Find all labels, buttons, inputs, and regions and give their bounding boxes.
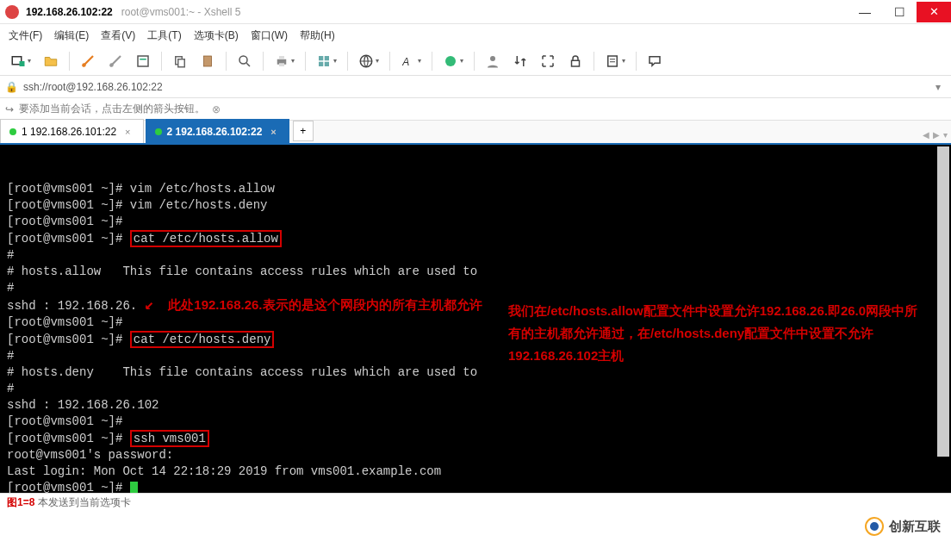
menu-tab[interactable]: 选项卡(B) xyxy=(194,28,239,43)
user-button[interactable] xyxy=(482,52,504,71)
scrollbar-thumb[interactable] xyxy=(937,146,949,457)
hint-close-icon[interactable]: ⊗ xyxy=(212,103,221,115)
menu-edit[interactable]: 编辑(E) xyxy=(54,28,89,43)
terminal-line: [root@vms001 ~]# xyxy=(7,333,130,346)
watermark: 创新互联 xyxy=(865,517,941,536)
terminal-line: sshd : 192.168.26.102 xyxy=(7,398,158,412)
open-button[interactable] xyxy=(40,52,62,71)
plus-icon: + xyxy=(300,125,306,137)
terminal-line: [root@vms001 ~]# xyxy=(7,414,122,428)
hint-arrow-icon[interactable]: ↪ xyxy=(5,103,14,115)
maximize-button[interactable]: ☐ xyxy=(882,2,917,22)
svg-rect-12 xyxy=(279,63,284,66)
address-input[interactable]: ssh://root@192.168.26.102:22 xyxy=(23,81,930,93)
find-button[interactable] xyxy=(233,52,256,71)
print-button[interactable]: ▾ xyxy=(270,52,298,71)
disconnect-button[interactable] xyxy=(104,52,127,71)
svg-point-19 xyxy=(445,56,456,66)
terminal-line: [root@vms001 ~]# xyxy=(7,232,130,246)
highlight-cat-allow: cat /etc/hosts.allow xyxy=(130,230,282,247)
hint-bar: ↪ 要添加当前会话，点击左侧的箭头按钮。 ⊗ xyxy=(0,98,951,121)
menu-help[interactable]: 帮助(H) xyxy=(300,28,335,43)
transfer-button[interactable] xyxy=(509,52,531,71)
terminal-line: [root@vms001 ~]# vim /etc/hosts.allow xyxy=(7,182,275,196)
toolbar-separator xyxy=(474,52,475,71)
hint-text: 要添加当前会话，点击左侧的箭头按钮。 xyxy=(19,102,205,116)
terminal-line: Last login: Mon Oct 14 22:18:29 2019 fro… xyxy=(7,464,441,478)
toolbar-separator xyxy=(347,52,348,71)
terminal-line: # xyxy=(7,349,14,363)
tab-close-icon[interactable]: × xyxy=(125,127,130,137)
menu-tools[interactable]: 工具(T) xyxy=(147,28,181,43)
watermark-icon xyxy=(865,517,884,536)
address-dropdown-icon[interactable]: ▾ xyxy=(930,81,946,93)
close-button[interactable]: ✕ xyxy=(917,2,951,22)
tab-list-icon[interactable]: ▾ xyxy=(943,130,948,140)
menu-view[interactable]: 查看(V) xyxy=(101,28,135,43)
svg-rect-1 xyxy=(20,61,25,66)
tab-session-1[interactable]: 1 192.168.26.101:22 × xyxy=(0,119,144,143)
tab-label: 2 192.168.26.102:22 xyxy=(167,126,263,138)
svg-rect-21 xyxy=(572,60,580,66)
annotation-right: 我们在/etc/hosts.allow配置文件中设置允许192.168.26.即… xyxy=(508,300,922,367)
chat-button[interactable] xyxy=(643,52,666,71)
properties-button[interactable] xyxy=(132,52,154,71)
minimize-button[interactable]: — xyxy=(848,2,882,22)
toolbar-separator xyxy=(432,52,432,71)
color-button[interactable]: ▾ xyxy=(439,52,467,71)
lock-button[interactable] xyxy=(564,52,587,71)
status-bar: 图1=8本发送到当前选项卡 xyxy=(0,493,951,512)
script-button[interactable]: ▾ xyxy=(601,52,629,71)
terminal-line: [root@vms001 ~]# xyxy=(7,481,130,493)
terminal-line: # xyxy=(7,248,14,262)
svg-point-9 xyxy=(239,56,247,64)
window-title-main: 192.168.26.102:22 xyxy=(26,6,113,18)
svg-rect-7 xyxy=(178,59,185,66)
toolbar-separator xyxy=(594,52,594,71)
svg-text:A: A xyxy=(401,55,409,67)
terminal-line: [root@vms001 ~]# xyxy=(7,315,122,329)
tab-label: 1 192.168.26.101:22 xyxy=(22,126,116,138)
svg-rect-14 xyxy=(325,56,329,60)
menu-window[interactable]: 窗口(W) xyxy=(251,28,288,43)
svg-rect-22 xyxy=(608,56,618,66)
terminal-line: # xyxy=(7,382,14,395)
font-button[interactable]: A▾ xyxy=(397,52,425,71)
tab-session-2[interactable]: 2 192.168.26.102:22 × xyxy=(146,119,289,143)
menu-bar: 文件(F) 编辑(E) 查看(V) 工具(T) 选项卡(B) 窗口(W) 帮助(… xyxy=(0,24,951,47)
toolbar-separator xyxy=(636,52,637,71)
annotation-segment-allow: 此处192.168.26.表示的是这个网段内的所有主机都允许 xyxy=(168,297,482,312)
encoding-button[interactable]: ▾ xyxy=(355,52,382,71)
svg-point-3 xyxy=(109,63,114,67)
toolbar-separator xyxy=(305,52,306,71)
toolbar: ▾ ▾ ▾ ▾ A▾ ▾ ▾ xyxy=(0,47,951,76)
highlight-ssh-cmd: ssh vms001 xyxy=(130,430,209,447)
add-tab-button[interactable]: + xyxy=(293,121,314,141)
toolbar-separator xyxy=(226,52,227,71)
toolbar-separator xyxy=(263,52,264,71)
tab-bar: 1 192.168.26.101:22 × 2 192.168.26.102:2… xyxy=(0,121,951,145)
figure-label: 图1=8 xyxy=(7,495,34,510)
paste-button[interactable] xyxy=(196,52,219,71)
svg-rect-5 xyxy=(140,59,146,60)
tab-prev-icon[interactable]: ◀ xyxy=(923,130,929,140)
terminal-output[interactable]: [root@vms001 ~]# vim /etc/hosts.allow [r… xyxy=(0,145,951,493)
window-controls: — ☐ ✕ xyxy=(848,2,951,22)
terminal-line: [root@vms001 ~]# xyxy=(7,432,130,445)
terminal-line: # hosts.allow This file contains access … xyxy=(7,264,477,278)
tab-next-icon[interactable]: ▶ xyxy=(933,130,940,140)
new-session-button[interactable]: ▾ xyxy=(7,52,34,71)
highlight-cat-deny: cat /etc/hosts.deny xyxy=(130,331,275,348)
copy-button[interactable] xyxy=(169,52,191,71)
svg-rect-4 xyxy=(138,56,148,66)
terminal-line: # xyxy=(7,281,14,295)
toolbar-separator xyxy=(161,52,162,71)
menu-file[interactable]: 文件(F) xyxy=(9,28,42,43)
fullscreen-button[interactable] xyxy=(537,52,559,71)
title-bar: 192.168.26.102:22 root@vms001:~ - Xshell… xyxy=(0,0,951,24)
reconnect-button[interactable] xyxy=(77,52,99,71)
layout-button[interactable]: ▾ xyxy=(313,52,340,71)
terminal-line: # hosts.deny This file contains access r… xyxy=(7,365,477,379)
tab-close-icon[interactable]: × xyxy=(270,127,276,137)
terminal-cursor xyxy=(130,482,138,493)
